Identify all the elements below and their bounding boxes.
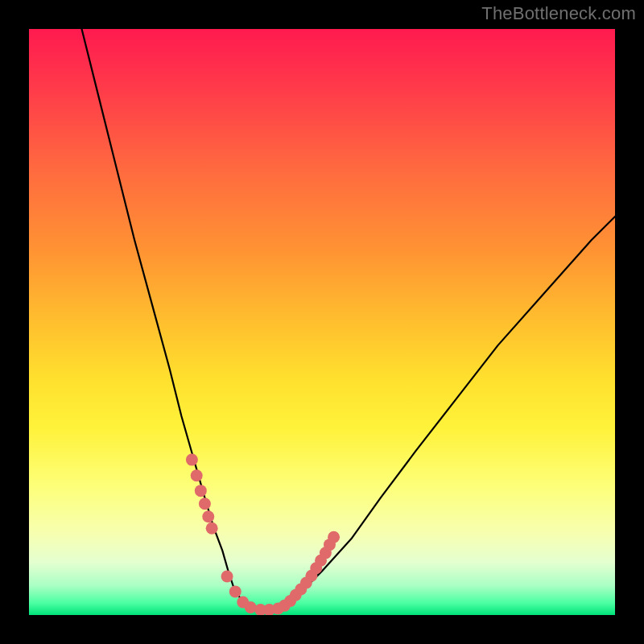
bottleneck-curve-line: [82, 29, 615, 609]
highlight-dot: [202, 510, 214, 522]
highlight-dot: [199, 497, 211, 510]
highlight-dot: [186, 454, 198, 466]
highlight-dot: [245, 601, 257, 613]
highlight-dot: [195, 485, 207, 497]
highlight-dot: [191, 469, 203, 481]
highlight-dot: [328, 531, 340, 543]
chart-overlay: [29, 29, 615, 615]
highlight-dot: [229, 585, 242, 597]
highlight-dots-group: [186, 454, 340, 615]
chart-frame: TheBottleneck.com: [0, 0, 644, 644]
watermark-label: TheBottleneck.com: [481, 3, 636, 24]
highlight-dot: [221, 570, 233, 582]
highlight-dot: [206, 522, 218, 535]
plot-area: [29, 29, 615, 615]
